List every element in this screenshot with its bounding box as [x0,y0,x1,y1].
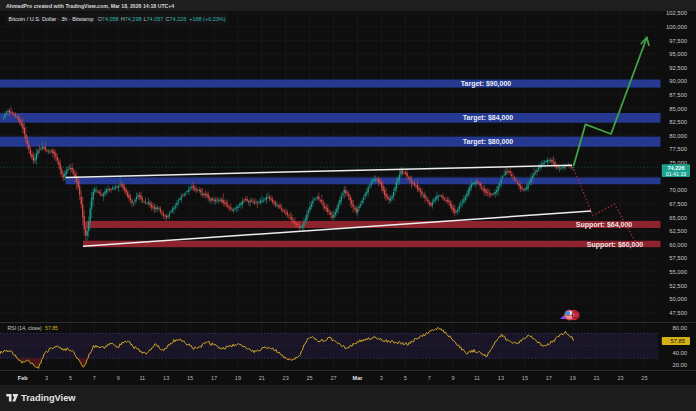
svg-text:77,500: 77,500 [669,146,687,152]
svg-text:17: 17 [546,375,552,381]
svg-text:7: 7 [428,375,431,381]
svg-text:60,000: 60,000 [669,242,687,248]
svg-text:13: 13 [498,375,504,381]
svg-text:Target: $90,000: Target: $90,000 [461,80,512,88]
svg-text:19: 19 [235,375,241,381]
svg-text:9: 9 [452,375,455,381]
svg-text:95,000: 95,000 [669,51,687,57]
svg-text:57.85: 57.85 [45,325,58,331]
svg-text:5: 5 [69,375,72,381]
svg-text:19: 19 [570,375,576,381]
svg-text:Target: $80,000: Target: $80,000 [463,138,514,146]
svg-text:15: 15 [522,375,528,381]
svg-text:AhmadPro created with TradingV: AhmadPro created with TradingView.com, M… [6,3,174,9]
svg-text:40.00: 40.00 [672,350,687,356]
svg-text:15: 15 [187,375,193,381]
svg-text:57.85: 57.85 [670,338,685,344]
svg-text:3: 3 [380,375,383,381]
svg-text:97,500: 97,500 [669,38,687,44]
svg-text:70,000: 70,000 [669,187,687,193]
svg-text:01:41:19: 01:41:19 [666,171,687,177]
svg-text:92,500: 92,500 [669,65,687,71]
svg-text:47,500: 47,500 [669,310,687,316]
svg-text:Bitcoin / U.S. Dollar · 3h · B: Bitcoin / U.S. Dollar · 3h · BitstampO74… [9,16,226,22]
svg-text:11: 11 [474,375,480,381]
svg-text:Support: $64,000: Support: $64,000 [576,221,633,229]
svg-text:87,500: 87,500 [669,92,687,98]
svg-text:11: 11 [139,375,145,381]
svg-text:21: 21 [259,375,265,381]
svg-text:Target: $84,000: Target: $84,000 [463,114,514,122]
svg-text:20.00: 20.00 [672,362,687,368]
svg-text:RSI (14, close): RSI (14, close) [8,325,43,331]
svg-text:67,500: 67,500 [669,201,687,207]
svg-text:23: 23 [283,375,289,381]
svg-text:82,500: 82,500 [669,119,687,125]
svg-text:50,000: 50,000 [669,296,687,302]
svg-text:90,000: 90,000 [669,78,687,84]
svg-text:23: 23 [617,375,623,381]
svg-text:7: 7 [93,375,96,381]
svg-text:3: 3 [45,375,48,381]
svg-text:80.00: 80.00 [672,325,687,331]
svg-text:9: 9 [117,375,120,381]
svg-text:17: 17 [211,375,217,381]
svg-text:85,000: 85,000 [669,106,687,112]
svg-text:25: 25 [641,375,647,381]
svg-text:102,500: 102,500 [666,10,687,16]
svg-text:27: 27 [330,375,336,381]
svg-text:57,500: 57,500 [669,255,687,261]
svg-text:52,500: 52,500 [669,283,687,289]
svg-text:25: 25 [306,375,312,381]
svg-text:13: 13 [163,375,169,381]
svg-text:5: 5 [404,375,407,381]
svg-text:Mar: Mar [353,375,364,381]
svg-text:80,000: 80,000 [669,133,687,139]
svg-text:62,500: 62,500 [669,228,687,234]
svg-text:21: 21 [593,375,599,381]
svg-text:TradingView: TradingView [21,393,76,403]
svg-text:Feb: Feb [18,375,29,381]
svg-text:55,000: 55,000 [669,269,687,275]
svg-text:65,000: 65,000 [669,215,687,221]
svg-text:100,000: 100,000 [666,24,687,30]
svg-text:74,226: 74,226 [667,165,684,171]
